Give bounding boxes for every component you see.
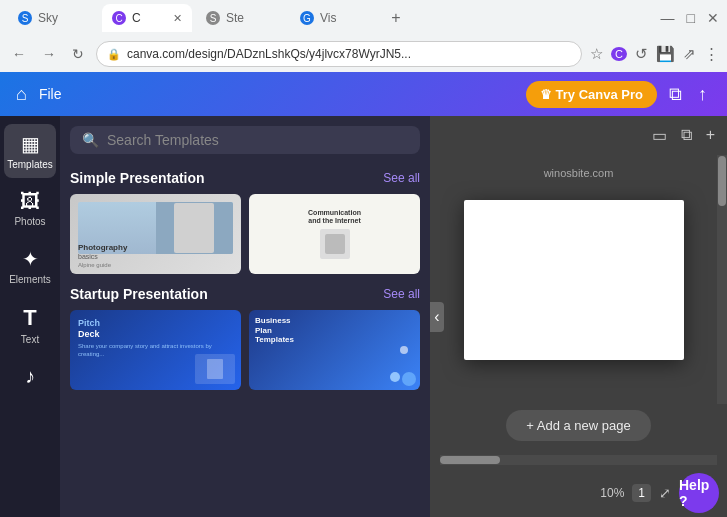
browser-actions: ☆ C ↺ 💾 ⇗ ⋮ [590,45,719,63]
help-button[interactable]: Help ? [679,473,719,513]
startup-presentation-grid: Pitch Deck Share your company story and … [70,310,420,390]
sync-icon[interactable]: ↺ [635,45,648,63]
watermark: winosbite.com [544,167,614,179]
templates-icon: ▦ [21,132,40,156]
photos-icon: 🖼 [20,190,40,213]
canvas-tool-frame[interactable]: ▭ [648,122,671,149]
startup-see-all-button[interactable]: See all [383,287,420,301]
startup-presentation-title: Startup Presentation [70,286,208,302]
canvas-footer: 10% 1 ⤢ Help ? [430,469,727,517]
browser-addressbar: ← → ↻ 🔒 canva.com/design/DADznLshkQs/y4j… [0,36,727,72]
canva-ext-icon[interactable]: C [611,47,627,61]
sidebar-label-elements: Elements [9,274,51,285]
window-controls: — □ ✕ [661,10,719,26]
panel-content: Simple Presentation See all Photography [60,162,430,517]
duplicate-icon[interactable]: ⧉ [665,80,686,109]
vertical-scrollbar[interactable] [717,155,727,404]
tab-canva-label: C [132,11,141,25]
simple-presentation-header: Simple Presentation See all [70,170,420,186]
address-bar[interactable]: 🔒 canva.com/design/DADznLshkQs/y4jlvcx78… [96,41,582,67]
address-text: canva.com/design/DADznLshkQs/y4jlvcx78Wy… [127,47,571,61]
sidebar-item-photos[interactable]: 🖼 Photos [4,182,56,235]
sidebar-label-templates: Templates [7,159,53,170]
templates-panel: 🔍 Simple Presentation See all [60,116,430,517]
tab-canva-close[interactable]: ✕ [173,12,182,25]
pro-icon: ♛ [540,87,552,102]
tab-ste[interactable]: S Ste [196,4,286,32]
tab-ste-favicon: S [206,11,220,25]
try-canva-pro-button[interactable]: ♛ Try Canva Pro [526,81,657,108]
horizontal-scrollbar[interactable] [440,455,717,465]
scroll-thumb-vertical[interactable] [718,156,726,206]
canvas-tool-copy[interactable]: ⧉ [677,122,696,149]
fullscreen-icon[interactable]: ⤢ [659,485,671,501]
simple-presentation-title: Simple Presentation [70,170,205,186]
share-icon[interactable]: ⇗ [683,45,696,63]
header-left: ⌂ File [16,84,61,105]
scroll-thumb-horizontal[interactable] [440,456,500,464]
template-card-business[interactable]: BusinessPlanTemplates [249,310,420,390]
simple-presentation-grid: Photography basics Alpine guide Communic… [70,194,420,274]
tab-ste-label: Ste [226,11,244,25]
menu-icon[interactable]: ⋮ [704,45,719,63]
file-menu[interactable]: File [39,86,62,102]
sidebar-label-photos: Photos [14,216,45,227]
canvas-viewport [430,155,717,404]
tab-sky-label: Sky [38,11,58,25]
text-icon: T [23,305,36,331]
zoom-level: 10% [600,486,624,500]
elements-icon: ✦ [22,247,39,271]
browser-titlebar: S Sky C C ✕ S Ste G Vis + — □ ✕ [0,0,727,36]
panel-search-area: 🔍 [60,116,430,162]
tab-vis-label: Vis [320,11,336,25]
search-box: 🔍 [70,126,420,154]
sidebar-item-elements[interactable]: ✦ Elements [4,239,56,293]
refresh-button[interactable]: ↻ [68,44,88,64]
back-button[interactable]: ← [8,44,30,64]
sidebar-label-text: Text [21,334,39,345]
main-content: ▦ Templates 🖼 Photos ✦ Elements T Text ♪ [0,116,727,517]
header-right: ♛ Try Canva Pro ⧉ ↑ [526,80,711,109]
sidebar-item-templates[interactable]: ▦ Templates [4,124,56,178]
close-window-button[interactable]: ✕ [707,10,719,26]
app-layout: ⌂ File ♛ Try Canva Pro ⧉ ↑ ▦ Templates 🖼… [0,72,727,517]
bookmark-icon[interactable]: ☆ [590,45,603,63]
tab-canva[interactable]: C C ✕ [102,4,192,32]
template-card-communication[interactable]: Communicationand the Internet [249,194,420,274]
forward-button[interactable]: → [38,44,60,64]
minimize-button[interactable]: — [661,10,675,26]
simple-see-all-button[interactable]: See all [383,171,420,185]
new-tab-button[interactable]: + [384,6,408,30]
template-card-photography[interactable]: Photography basics Alpine guide [70,194,241,274]
canvas-tool-add[interactable]: + [702,122,719,149]
share-upload-icon[interactable]: ↑ [694,80,711,109]
tab-sky-favicon: S [18,11,32,25]
app-header: ⌂ File ♛ Try Canva Pro ⧉ ↑ [0,72,727,116]
home-icon[interactable]: ⌂ [16,84,27,105]
sidebar-item-text[interactable]: T Text [4,297,56,353]
search-input[interactable] [107,132,408,148]
template-card-pitch[interactable]: Pitch Deck Share your company story and … [70,310,241,390]
sidebar-item-music[interactable]: ♪ [4,357,56,396]
canvas-toolbar: ▭ ⧉ + [430,116,727,155]
music-icon: ♪ [25,365,35,388]
tab-canva-favicon: C [112,11,126,25]
canvas-area: ▭ ⧉ + winosbite.com ‹ + Add a new page [430,116,727,517]
pro-label: Try Canva Pro [556,87,643,102]
search-icon: 🔍 [82,132,99,148]
maximize-button[interactable]: □ [687,10,695,26]
add-page-button[interactable]: + Add a new page [506,410,650,441]
tab-vis[interactable]: G Vis [290,4,380,32]
canvas-page [464,200,684,360]
tab-sky[interactable]: S Sky [8,4,98,32]
save-icon[interactable]: 💾 [656,45,675,63]
page-number[interactable]: 1 [632,484,651,502]
tab-vis-favicon: G [300,11,314,25]
browser-chrome: S Sky C C ✕ S Ste G Vis + — □ ✕ ← → ↻ 🔒 … [0,0,727,72]
left-sidebar: ▦ Templates 🖼 Photos ✦ Elements T Text ♪ [0,116,60,517]
lock-icon: 🔒 [107,48,121,61]
panel-collapse-button[interactable]: ‹ [430,302,444,332]
add-page-area: + Add a new page [430,404,727,455]
startup-presentation-header: Startup Presentation See all [70,286,420,302]
